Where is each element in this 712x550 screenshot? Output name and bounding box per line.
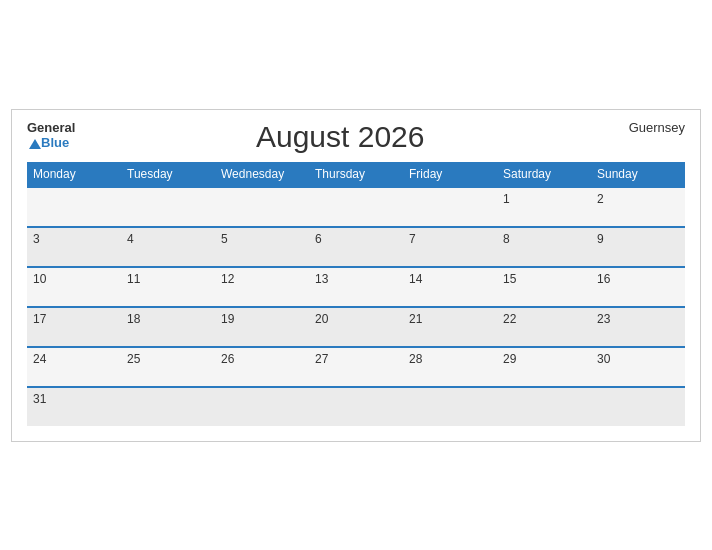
logo-general-text: General	[27, 120, 75, 136]
calendar-day: 3	[27, 227, 121, 267]
calendar: General Blue August 2026 Guernsey Monday…	[11, 109, 701, 442]
calendar-day: 2	[591, 187, 685, 227]
calendar-day	[497, 387, 591, 426]
calendar-day: 16	[591, 267, 685, 307]
day-number: 2	[597, 192, 604, 206]
calendar-day: 5	[215, 227, 309, 267]
day-number: 30	[597, 352, 610, 366]
region-label: Guernsey	[605, 120, 685, 135]
calendar-day	[309, 187, 403, 227]
logo-blue-text: Blue	[27, 135, 75, 151]
header-wednesday: Wednesday	[215, 162, 309, 187]
header-friday: Friday	[403, 162, 497, 187]
day-number: 19	[221, 312, 234, 326]
calendar-week-row: 24252627282930	[27, 347, 685, 387]
day-number: 15	[503, 272, 516, 286]
day-number: 14	[409, 272, 422, 286]
calendar-day: 4	[121, 227, 215, 267]
calendar-day	[215, 387, 309, 426]
calendar-week-row: 3456789	[27, 227, 685, 267]
calendar-day: 1	[497, 187, 591, 227]
calendar-day: 31	[27, 387, 121, 426]
day-number: 25	[127, 352, 140, 366]
calendar-day: 18	[121, 307, 215, 347]
day-number: 11	[127, 272, 140, 286]
day-number: 8	[503, 232, 510, 246]
header-monday: Monday	[27, 162, 121, 187]
day-number: 9	[597, 232, 604, 246]
day-number: 12	[221, 272, 234, 286]
calendar-day: 12	[215, 267, 309, 307]
day-number: 3	[33, 232, 40, 246]
header-tuesday: Tuesday	[121, 162, 215, 187]
calendar-week-row: 12	[27, 187, 685, 227]
calendar-day: 27	[309, 347, 403, 387]
calendar-day	[121, 187, 215, 227]
calendar-day	[215, 187, 309, 227]
calendar-day: 26	[215, 347, 309, 387]
calendar-week-row: 10111213141516	[27, 267, 685, 307]
header-saturday: Saturday	[497, 162, 591, 187]
day-number: 28	[409, 352, 422, 366]
day-number: 21	[409, 312, 422, 326]
logo-triangle-icon	[29, 139, 41, 149]
calendar-day	[27, 187, 121, 227]
day-headers-row: Monday Tuesday Wednesday Thursday Friday…	[27, 162, 685, 187]
calendar-day	[403, 187, 497, 227]
day-number: 17	[33, 312, 46, 326]
calendar-day: 9	[591, 227, 685, 267]
calendar-day: 24	[27, 347, 121, 387]
day-number: 20	[315, 312, 328, 326]
logo: General Blue	[27, 120, 75, 151]
calendar-week-row: 17181920212223	[27, 307, 685, 347]
day-number: 23	[597, 312, 610, 326]
calendar-day: 15	[497, 267, 591, 307]
day-number: 6	[315, 232, 322, 246]
calendar-day: 19	[215, 307, 309, 347]
calendar-day: 8	[497, 227, 591, 267]
calendar-day: 14	[403, 267, 497, 307]
day-number: 16	[597, 272, 610, 286]
calendar-table: Monday Tuesday Wednesday Thursday Friday…	[27, 162, 685, 426]
day-number: 26	[221, 352, 234, 366]
calendar-header: General Blue August 2026 Guernsey	[27, 120, 685, 154]
calendar-day: 6	[309, 227, 403, 267]
day-number: 13	[315, 272, 328, 286]
day-number: 7	[409, 232, 416, 246]
day-number: 27	[315, 352, 328, 366]
day-number: 4	[127, 232, 134, 246]
calendar-day: 13	[309, 267, 403, 307]
calendar-day	[403, 387, 497, 426]
day-number: 24	[33, 352, 46, 366]
header-sunday: Sunday	[591, 162, 685, 187]
calendar-day: 11	[121, 267, 215, 307]
day-number: 10	[33, 272, 46, 286]
calendar-day	[309, 387, 403, 426]
day-number: 22	[503, 312, 516, 326]
calendar-day: 30	[591, 347, 685, 387]
calendar-week-row: 31	[27, 387, 685, 426]
calendar-day: 7	[403, 227, 497, 267]
calendar-day	[591, 387, 685, 426]
calendar-day: 21	[403, 307, 497, 347]
day-number: 1	[503, 192, 510, 206]
calendar-day: 28	[403, 347, 497, 387]
calendar-day: 29	[497, 347, 591, 387]
calendar-day: 17	[27, 307, 121, 347]
day-number: 18	[127, 312, 140, 326]
calendar-day: 10	[27, 267, 121, 307]
calendar-day	[121, 387, 215, 426]
month-title: August 2026	[75, 120, 605, 154]
calendar-day: 23	[591, 307, 685, 347]
calendar-day: 22	[497, 307, 591, 347]
day-number: 29	[503, 352, 516, 366]
header-thursday: Thursday	[309, 162, 403, 187]
calendar-day: 25	[121, 347, 215, 387]
calendar-day: 20	[309, 307, 403, 347]
day-number: 31	[33, 392, 46, 406]
day-number: 5	[221, 232, 228, 246]
